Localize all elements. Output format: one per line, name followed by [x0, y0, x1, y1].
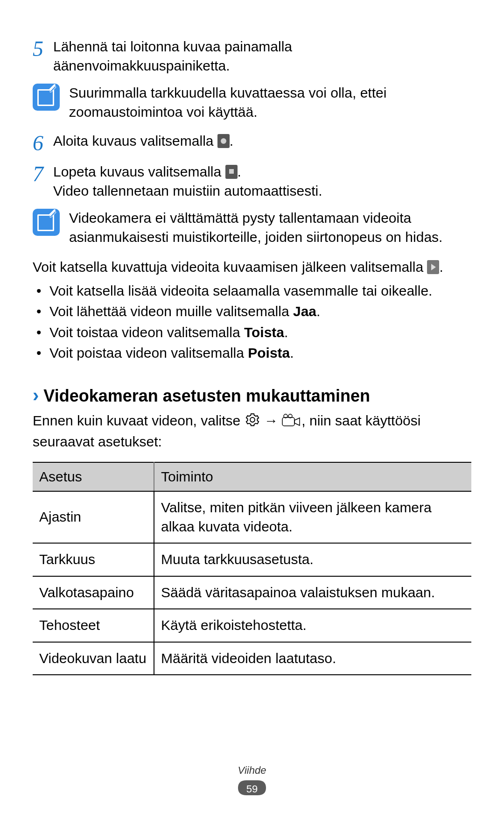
text: Ennen kuin kuvaat videon, valitse — [33, 413, 245, 428]
gear-icon — [245, 412, 260, 433]
text: . — [316, 304, 320, 319]
chevron-icon: › — [33, 382, 39, 408]
note-icon — [33, 84, 60, 111]
table-row: Videokuvan laatuMääritä videoiden laatut… — [33, 642, 471, 675]
step-7: 7 Lopeta kuvaus valitsemalla . Video tal… — [33, 163, 471, 200]
text: . — [284, 325, 288, 340]
note-sdcard: Videokamera ei välttämättä pysty tallent… — [33, 209, 471, 247]
bold-text: Poista — [248, 345, 290, 360]
text: . — [230, 133, 233, 148]
table-row: ValkotasapainoSäädä väritasapainoa valai… — [33, 576, 471, 609]
settings-intro: Ennen kuin kuvaat videon, valitse → , ni… — [33, 411, 471, 452]
video-camera-icon — [282, 414, 301, 433]
footer-category: Viihde — [0, 764, 504, 777]
table-row: TehosteetKäytä erikoistehostetta. — [33, 609, 471, 642]
page-number-badge: 59 — [237, 779, 267, 808]
note-text: Videokamera ei välttämättä pysty tallent… — [69, 209, 471, 247]
bullet-list: Voit katsella lisää videoita selaamalla … — [36, 282, 471, 363]
page-number: 59 — [237, 783, 267, 795]
list-item: Voit lähettää videon muille valitsemalla… — [36, 302, 471, 321]
bold-text: Jaa — [293, 304, 316, 319]
text: Aloita kuvaus valitsemalla — [53, 133, 217, 148]
cell-function: Valitse, miten pitkän viiveen jälkeen ka… — [154, 491, 471, 543]
play-icon — [427, 260, 439, 274]
arrow-text: → — [260, 413, 282, 428]
svg-rect-0 — [282, 417, 294, 426]
step-number: 5 — [33, 37, 53, 75]
table-row: TarkkuusMuuta tarkkuusasetusta. — [33, 543, 471, 576]
playback-paragraph: Voit katsella kuvattuja videoita kuvaami… — [33, 258, 471, 277]
page-footer: Viihde 59 — [0, 764, 504, 808]
section-heading: › Videokameran asetusten mukauttaminen — [33, 382, 471, 408]
cell-setting: Tarkkuus — [33, 543, 154, 576]
cell-function: Määritä videoiden laatutaso. — [154, 642, 471, 675]
text: Video tallennetaan muistiin automaattise… — [53, 182, 471, 201]
step-number: 7 — [33, 163, 53, 200]
cell-setting: Videokuvan laatu — [33, 642, 154, 675]
text: Voit katsella lisää videoita selaamalla … — [49, 283, 432, 298]
step-text: Aloita kuvaus valitsemalla . — [53, 132, 471, 154]
step-6: 6 Aloita kuvaus valitsemalla . — [33, 132, 471, 154]
text: . — [290, 345, 294, 360]
cell-setting: Valkotasapaino — [33, 576, 154, 609]
cell-setting: Tehosteet — [33, 609, 154, 642]
col-header-setting: Asetus — [33, 462, 154, 492]
list-item: Voit toistaa videon valitsemalla Toista. — [36, 323, 471, 342]
note-text: Suurimmalla tarkkuudella kuvattaessa voi… — [69, 84, 471, 121]
text: Voit lähettää videon muille valitsemalla — [49, 304, 293, 319]
step-text: Lopeta kuvaus valitsemalla . Video talle… — [53, 163, 471, 200]
text: Voit toistaa videon valitsemalla — [49, 325, 244, 340]
note-zoom: Suurimmalla tarkkuudella kuvattaessa voi… — [33, 84, 471, 121]
cell-setting: Ajastin — [33, 491, 154, 543]
text: . — [238, 164, 241, 179]
heading-text: Videokameran asetusten mukauttaminen — [43, 385, 370, 408]
text: Lopeta kuvaus valitsemalla — [53, 164, 225, 179]
record-icon — [217, 134, 230, 148]
col-header-function: Toiminto — [154, 462, 471, 492]
stop-icon — [225, 165, 238, 179]
settings-table: Asetus Toiminto AjastinValitse, miten pi… — [33, 462, 471, 676]
step-5: 5 Lähennä tai loitonna kuvaa painamalla … — [33, 37, 471, 75]
text: Voit katsella kuvattuja videoita kuvaami… — [33, 259, 427, 275]
manual-page: 5 Lähennä tai loitonna kuvaa painamalla … — [0, 0, 504, 694]
step-text: Lähennä tai loitonna kuvaa painamalla ää… — [53, 37, 471, 75]
bold-text: Toista — [244, 325, 284, 340]
note-icon — [33, 209, 60, 236]
table-row: AjastinValitse, miten pitkän viiveen jäl… — [33, 491, 471, 543]
cell-function: Muuta tarkkuusasetusta. — [154, 543, 471, 576]
list-item: Voit poistaa videon valitsemalla Poista. — [36, 344, 471, 363]
text: Voit poistaa videon valitsemalla — [49, 345, 248, 360]
step-number: 6 — [33, 132, 53, 154]
list-item: Voit katsella lisää videoita selaamalla … — [36, 282, 471, 301]
cell-function: Käytä erikoistehostetta. — [154, 609, 471, 642]
text: . — [439, 259, 443, 275]
cell-function: Säädä väritasapainoa valaistuksen mukaan… — [154, 576, 471, 609]
table-header-row: Asetus Toiminto — [33, 462, 471, 492]
